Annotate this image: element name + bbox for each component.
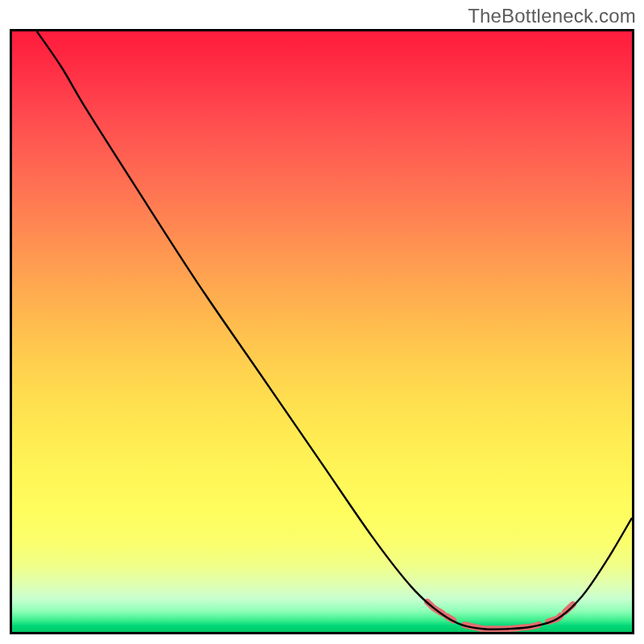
dash-overlay [427,602,573,630]
curve-svg [12,31,632,632]
plot-area [10,29,634,634]
bottleneck-curve [37,31,632,630]
chart-container: TheBottleneck.com [0,0,644,644]
watermark-text: TheBottleneck.com [468,5,636,27]
